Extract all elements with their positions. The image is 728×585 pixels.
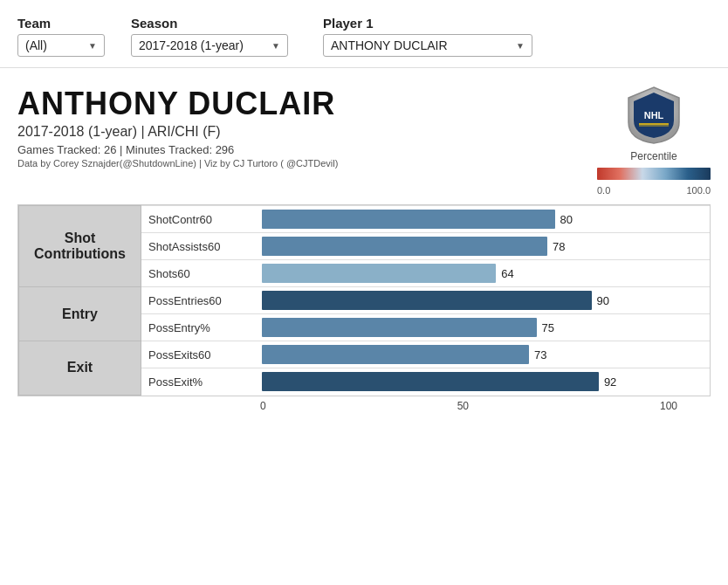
bar-mid (262, 210, 555, 229)
xaxis-label: 0 (260, 400, 266, 412)
team-arrow-icon: ▼ (88, 41, 97, 51)
season-filter: Season 2017-2018 (1-year) ▼ (131, 16, 288, 57)
xaxis-label: 100 (660, 400, 677, 412)
team-select[interactable]: (All) ▼ (17, 34, 105, 57)
metric-cell: ShotContr60 (141, 206, 255, 233)
bar-value: 75 (542, 321, 554, 334)
metric-cell: Shots60 (141, 260, 255, 287)
bar-cell: 80 (255, 206, 711, 233)
team-filter: Team (All) ▼ (17, 16, 105, 57)
bar-cell: 75 (255, 314, 711, 341)
filter-bar: Team (All) ▼ Season 2017-2018 (1-year) ▼… (0, 0, 728, 68)
bar-dark (262, 291, 592, 310)
xaxis-label: 50 (457, 400, 469, 412)
bar-value: 78 (553, 240, 565, 253)
metric-cell: PossEntry% (141, 314, 255, 341)
bar-cell: 73 (255, 341, 711, 368)
player-meta: Games Tracked: 26 | Minutes Tracked: 296 (17, 143, 338, 156)
metric-cell: PossExit% (141, 368, 255, 396)
metric-cell: PossEntries60 (141, 287, 255, 314)
bar-value: 80 (560, 213, 573, 226)
bar-mid (262, 345, 530, 364)
xaxis-labels: 050100 (260, 400, 704, 412)
player-info: ANTHONY DUCLAIR 2017-2018 (1-year) | ARI… (17, 86, 338, 169)
player-filter: Player 1 ANTHONY DUCLAIR ▼ (323, 16, 532, 57)
bar-mid (262, 237, 548, 256)
player-credit: Data by Corey Sznajder(@ShutdownLine) | … (17, 158, 338, 169)
player-label: Player 1 (323, 16, 532, 31)
table-row: EntryPossEntries6090 (19, 287, 711, 314)
chart-container: ShotContributionsShotContr6080ShotAssist… (17, 204, 711, 396)
table-row: ExitPossExits6073 (19, 341, 711, 368)
player-section: ANTHONY DUCLAIR 2017-2018 (1-year) | ARI… (0, 68, 728, 204)
bar-light (262, 264, 497, 283)
bar-dark (262, 372, 599, 391)
bar-value: 90 (597, 294, 609, 307)
bar-value: 92 (604, 375, 616, 389)
bar-cell: 92 (255, 368, 711, 396)
category-cell: Exit (19, 341, 141, 396)
bar-cell: 78 (255, 233, 711, 260)
svg-text:NHL: NHL (644, 110, 664, 120)
season-select[interactable]: 2017-2018 (1-year) ▼ (131, 34, 288, 57)
legend-ticks: 0.0 100.0 (597, 185, 711, 196)
metric-cell: ShotAssists60 (141, 233, 255, 260)
chart-section: ShotContributionsShotContr6080ShotAssist… (0, 204, 728, 431)
player-arrow-icon: ▼ (516, 41, 525, 51)
nhl-logo-icon: NHL (627, 86, 681, 145)
player-name: ANTHONY DUCLAIR (17, 86, 338, 122)
bar-value: 64 (501, 267, 513, 280)
category-cell: Entry (19, 287, 141, 341)
team-label: Team (17, 16, 105, 31)
xaxis-row: 050100 (17, 396, 711, 414)
bar-value: 73 (534, 348, 546, 361)
logo-legend: NHL Percentile 0.0 100.0 (597, 86, 711, 196)
legend-bar (597, 168, 711, 180)
player-sub: 2017-2018 (1-year) | ARI/CHI (F) (17, 124, 338, 140)
legend-label: Percentile (630, 150, 676, 162)
season-label: Season (131, 16, 288, 31)
bar-cell: 64 (255, 260, 711, 287)
bar-mid (262, 318, 537, 337)
metric-cell: PossExits60 (141, 341, 255, 368)
table-row: ShotContributionsShotContr6080 (19, 206, 711, 233)
season-arrow-icon: ▼ (271, 41, 280, 51)
chart-table: ShotContributionsShotContr6080ShotAssist… (18, 205, 710, 396)
bar-cell: 90 (255, 287, 711, 314)
category-cell: ShotContributions (19, 206, 141, 287)
player-select[interactable]: ANTHONY DUCLAIR ▼ (323, 34, 532, 57)
